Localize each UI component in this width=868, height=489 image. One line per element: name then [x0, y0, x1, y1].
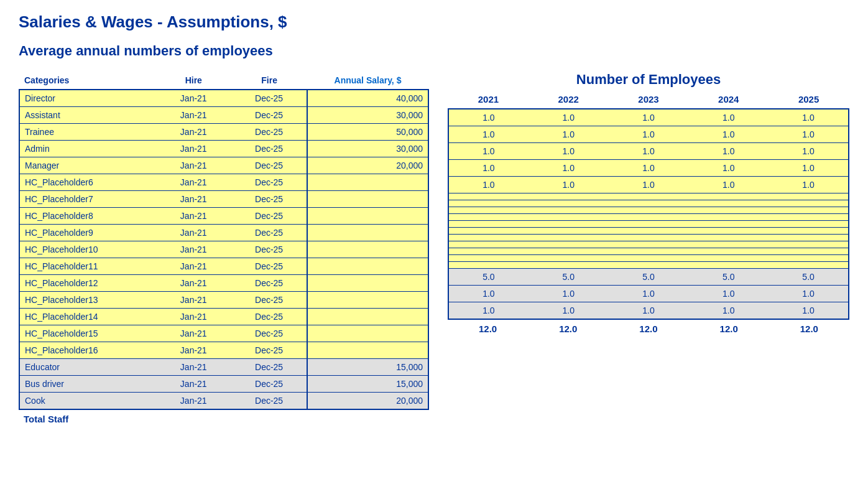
hire-cell: Jan-21: [155, 393, 231, 410]
employee-count-cell: [448, 262, 529, 269]
right-table: 20212022202320242025 1.01.01.01.01.01.01…: [448, 90, 849, 320]
employee-count-cell: [688, 214, 769, 221]
fire-cell: Dec-25: [231, 208, 307, 225]
fire-cell: Dec-25: [231, 157, 307, 174]
right-table-row: [448, 221, 849, 228]
employee-count-cell: [529, 200, 609, 207]
employee-count-cell: [448, 221, 529, 228]
employee-count-cell: [529, 255, 609, 262]
salary-cell: [307, 191, 428, 208]
right-table-head: 20212022202320242025: [448, 90, 849, 109]
hire-cell: Jan-21: [155, 191, 231, 208]
hire-header: Hire: [155, 72, 231, 90]
hire-cell: Jan-21: [155, 208, 231, 225]
employee-count-cell: 1.0: [609, 302, 689, 320]
category-cell: HC_Placeholder13: [19, 292, 155, 309]
employee-count-cell: [609, 255, 689, 262]
salary-cell: [307, 225, 428, 241]
year-header: 2021: [448, 90, 529, 109]
employee-count-cell: 1.0: [448, 302, 529, 320]
page-subtitle: Average annual numbers of employees: [19, 43, 849, 59]
total-cell: 12.0: [608, 320, 688, 338]
employee-count-cell: 5.0: [688, 269, 769, 286]
total-cell: 12.0: [528, 320, 608, 338]
salary-cell: 20,000: [307, 157, 428, 174]
total-cell: 12.0: [689, 320, 769, 338]
employee-count-cell: [529, 193, 609, 200]
employee-count-cell: 1.0: [529, 286, 609, 302]
employee-count-cell: [769, 235, 849, 241]
salary-cell: [307, 275, 428, 292]
year-header: 2023: [609, 90, 689, 109]
employee-count-cell: 1.0: [769, 302, 849, 320]
employee-count-cell: [688, 228, 769, 235]
employee-count-cell: [609, 193, 689, 200]
employee-count-cell: [529, 262, 609, 269]
right-table-row: 1.01.01.01.01.0: [448, 302, 849, 320]
left-total-row-table: Total Staff: [19, 410, 429, 428]
left-table-row: HC_Placeholder9Jan-21Dec-25: [19, 225, 428, 241]
hire-cell: Jan-21: [155, 325, 231, 342]
employee-count-cell: [448, 235, 529, 241]
left-table-wrapper: Categories Hire Fire Annual Salary, $ Di…: [19, 72, 429, 428]
salary-cell: [307, 174, 428, 191]
employee-count-cell: [769, 248, 849, 255]
employee-count-cell: [688, 255, 769, 262]
employee-count-cell: 5.0: [609, 269, 689, 286]
category-cell: Cook: [19, 393, 155, 410]
hire-cell: Jan-21: [155, 292, 231, 309]
right-table-wrapper: Number of Employees 20212022202320242025…: [448, 72, 849, 338]
salary-header: Annual Salary, $: [307, 72, 428, 90]
employee-count-cell: [769, 207, 849, 214]
left-table-row: AssistantJan-21Dec-2530,000: [19, 107, 428, 124]
hire-cell: Jan-21: [155, 107, 231, 124]
right-table-row: 1.01.01.01.01.0: [448, 160, 849, 177]
employee-count-cell: 1.0: [529, 302, 609, 320]
salary-cell: 20,000: [307, 393, 428, 410]
right-total-table: 12.012.012.012.012.0: [448, 320, 849, 338]
employee-count-cell: 1.0: [609, 143, 689, 160]
employee-count-cell: [529, 248, 609, 255]
left-table-row: HC_Placeholder16Jan-21Dec-25: [19, 342, 428, 359]
category-cell: Educator: [19, 359, 155, 376]
category-cell: HC_Placeholder15: [19, 325, 155, 342]
total-cell: 12.0: [769, 320, 849, 338]
total-label: Total Staff: [19, 410, 155, 428]
fire-cell: Dec-25: [231, 359, 307, 376]
category-cell: HC_Placeholder7: [19, 191, 155, 208]
employee-count-cell: 1.0: [529, 177, 609, 193]
employee-count-cell: [448, 255, 529, 262]
fire-cell: Dec-25: [231, 225, 307, 241]
right-table-row: [448, 248, 849, 255]
fire-cell: Dec-25: [231, 174, 307, 191]
num-employees-title: Number of Employees: [448, 72, 849, 88]
employee-count-cell: 1.0: [609, 160, 689, 177]
left-table-row: HC_Placeholder11Jan-21Dec-25: [19, 258, 428, 275]
left-table-row: HC_Placeholder10Jan-21Dec-25: [19, 241, 428, 258]
left-table-row: Bus driverJan-21Dec-2515,000: [19, 376, 428, 393]
employee-count-cell: [688, 221, 769, 228]
category-cell: Assistant: [19, 107, 155, 124]
main-layout: Categories Hire Fire Annual Salary, $ Di…: [19, 72, 849, 428]
employee-count-cell: [448, 214, 529, 221]
category-cell: HC_Placeholder10: [19, 241, 155, 258]
category-cell: Admin: [19, 141, 155, 157]
hire-cell: Jan-21: [155, 157, 231, 174]
salary-cell: 15,000: [307, 359, 428, 376]
employee-count-cell: [769, 214, 849, 221]
category-cell: Trainee: [19, 124, 155, 141]
category-cell: HC_Placeholder12: [19, 275, 155, 292]
employee-count-cell: [688, 241, 769, 248]
total-staff-row: Total Staff: [19, 410, 429, 428]
right-table-row: [448, 193, 849, 200]
employee-count-cell: 1.0: [769, 160, 849, 177]
fire-cell: Dec-25: [231, 393, 307, 410]
category-cell: HC_Placeholder8: [19, 208, 155, 225]
hire-cell: Jan-21: [155, 124, 231, 141]
employee-count-cell: [448, 207, 529, 214]
employee-count-cell: [609, 207, 689, 214]
fire-cell: Dec-25: [231, 191, 307, 208]
employee-count-cell: 1.0: [448, 109, 529, 126]
employee-count-cell: 1.0: [688, 160, 769, 177]
employee-count-cell: 1.0: [769, 177, 849, 193]
